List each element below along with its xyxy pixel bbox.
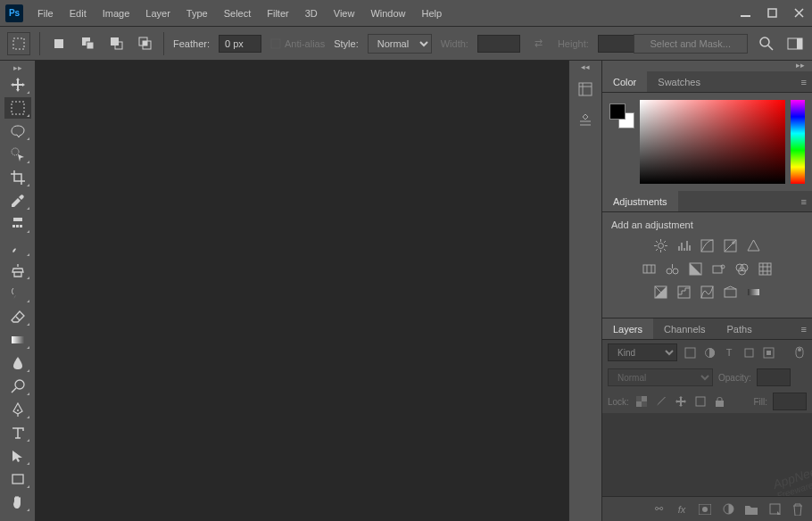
dodge-tool[interactable] <box>4 376 31 397</box>
dock-collapse-icon[interactable]: ◂◂ <box>569 62 601 73</box>
color-panel-menu-icon[interactable]: ≡ <box>801 77 807 87</box>
photo-filter-adjust-icon[interactable] <box>711 260 727 277</box>
maximize-button[interactable] <box>758 0 785 25</box>
tab-color[interactable]: Color <box>602 71 647 92</box>
threshold-adjust-icon[interactable] <box>700 284 716 300</box>
selection-new-icon[interactable] <box>49 34 69 54</box>
bw-adjust-icon[interactable] <box>688 260 704 277</box>
toolbar-expand-icon[interactable]: ▸▸ <box>0 62 35 73</box>
layer-mask-icon[interactable] <box>698 502 712 517</box>
adjustments-panel-menu-icon[interactable]: ≡ <box>801 196 807 207</box>
lock-artboard-icon[interactable] <box>693 394 708 409</box>
hue-slider[interactable] <box>791 100 805 184</box>
tab-paths[interactable]: Paths <box>717 318 763 339</box>
tab-channels[interactable]: Channels <box>653 318 716 339</box>
filter-adjust-icon[interactable] <box>702 345 717 360</box>
gradient-tool[interactable] <box>4 329 31 351</box>
width-input <box>477 35 520 53</box>
menu-file[interactable]: File <box>30 4 61 22</box>
menu-window[interactable]: Window <box>363 4 412 22</box>
menu-filter[interactable]: Filter <box>260 4 295 22</box>
path-select-tool[interactable] <box>4 445 31 467</box>
brush-tool[interactable] <box>4 236 31 258</box>
workspace-switcher-icon[interactable] <box>785 34 805 54</box>
lock-transparent-icon[interactable] <box>634 394 649 409</box>
menu-type[interactable]: Type <box>179 4 215 22</box>
new-group-icon[interactable] <box>744 502 758 517</box>
levels-adjust-icon[interactable] <box>676 237 692 253</box>
lock-all-icon[interactable] <box>713 394 727 409</box>
color-balance-adjust-icon[interactable] <box>665 260 681 277</box>
vibrance-adjust-icon[interactable] <box>746 237 762 253</box>
hue-sat-adjust-icon[interactable] <box>642 260 658 277</box>
menu-edit[interactable]: Edit <box>62 4 94 22</box>
eraser-tool[interactable] <box>4 306 31 327</box>
exposure-adjust-icon[interactable] <box>723 237 739 253</box>
menu-image[interactable]: Image <box>95 4 137 22</box>
tab-layers[interactable]: Layers <box>602 318 653 339</box>
canvas-area[interactable] <box>36 61 568 521</box>
crop-tool[interactable] <box>4 167 31 188</box>
tab-swatches[interactable]: Swatches <box>647 71 711 92</box>
pen-tool[interactable] <box>4 399 31 420</box>
quick-select-tool[interactable] <box>4 144 31 165</box>
foreground-background-swatch[interactable] <box>609 103 634 128</box>
move-tool[interactable] <box>4 74 31 95</box>
minimize-button[interactable] <box>732 0 758 25</box>
main-area: ▸▸ ◂◂ ▸▸ Color <box>0 61 812 521</box>
filter-pixel-icon[interactable] <box>683 345 697 360</box>
healing-brush-tool[interactable] <box>4 213 31 235</box>
foreground-color[interactable] <box>609 103 626 120</box>
eyedropper-tool[interactable] <box>4 190 31 211</box>
color-lookup-adjust-icon[interactable] <box>758 260 774 277</box>
panels-collapse-icon[interactable]: ▸▸ <box>602 61 812 71</box>
history-panel-icon[interactable] <box>573 77 598 102</box>
channel-mixer-adjust-icon[interactable] <box>734 260 750 277</box>
history-brush-tool[interactable] <box>4 283 31 304</box>
menu-3d[interactable]: 3D <box>298 4 325 22</box>
posterize-adjust-icon[interactable] <box>676 284 692 300</box>
selection-intersect-icon[interactable] <box>135 34 154 54</box>
blur-tool[interactable] <box>4 352 31 374</box>
select-and-mask-button[interactable]: Select and Mask... <box>634 34 749 54</box>
invert-adjust-icon[interactable] <box>653 284 669 300</box>
properties-panel-icon[interactable] <box>573 109 598 134</box>
hand-tool[interactable] <box>4 492 31 513</box>
type-tool[interactable] <box>4 422 31 443</box>
layer-kind-select[interactable]: Kind <box>608 343 677 361</box>
filter-smart-icon[interactable] <box>761 345 775 360</box>
new-adjustment-layer-icon[interactable] <box>721 502 735 517</box>
clone-stamp-tool[interactable] <box>4 260 31 281</box>
lock-position-icon[interactable] <box>674 394 688 409</box>
gradient-map-adjust-icon[interactable] <box>746 284 762 300</box>
color-field-picker[interactable] <box>640 100 785 184</box>
menu-select[interactable]: Select <box>217 4 259 22</box>
feather-input[interactable] <box>219 35 261 53</box>
active-tool-indicator[interactable] <box>7 32 30 55</box>
close-button[interactable] <box>785 0 812 25</box>
filter-toggle-icon[interactable] <box>792 345 807 360</box>
rectangle-tool[interactable] <box>4 468 31 490</box>
filter-shape-icon[interactable] <box>742 345 756 360</box>
delete-layer-icon[interactable] <box>791 502 805 517</box>
new-layer-icon[interactable] <box>767 502 782 517</box>
link-layers-icon[interactable]: ⚯ <box>651 502 666 517</box>
brightness-adjust-icon[interactable] <box>653 237 669 253</box>
filter-type-icon[interactable]: T <box>722 345 736 360</box>
search-icon[interactable] <box>757 34 776 54</box>
menu-help[interactable]: Help <box>415 4 450 22</box>
layers-panel-menu-icon[interactable]: ≡ <box>801 324 807 335</box>
style-select[interactable]: Normal <box>368 34 432 54</box>
marquee-tool[interactable] <box>4 97 31 119</box>
selection-subtract-icon[interactable] <box>106 34 126 54</box>
lock-image-icon[interactable] <box>654 394 668 409</box>
menu-layer[interactable]: Layer <box>138 4 178 22</box>
menu-view[interactable]: View <box>327 4 362 22</box>
curves-adjust-icon[interactable] <box>700 237 716 253</box>
tab-adjustments[interactable]: Adjustments <box>602 191 678 211</box>
selective-color-adjust-icon[interactable] <box>723 284 739 300</box>
lasso-tool[interactable] <box>4 120 31 142</box>
layer-list[interactable]: AppNee Freeware Group <box>602 413 812 496</box>
selection-add-icon[interactable] <box>78 34 97 54</box>
layer-fx-icon[interactable]: fx <box>675 502 689 517</box>
